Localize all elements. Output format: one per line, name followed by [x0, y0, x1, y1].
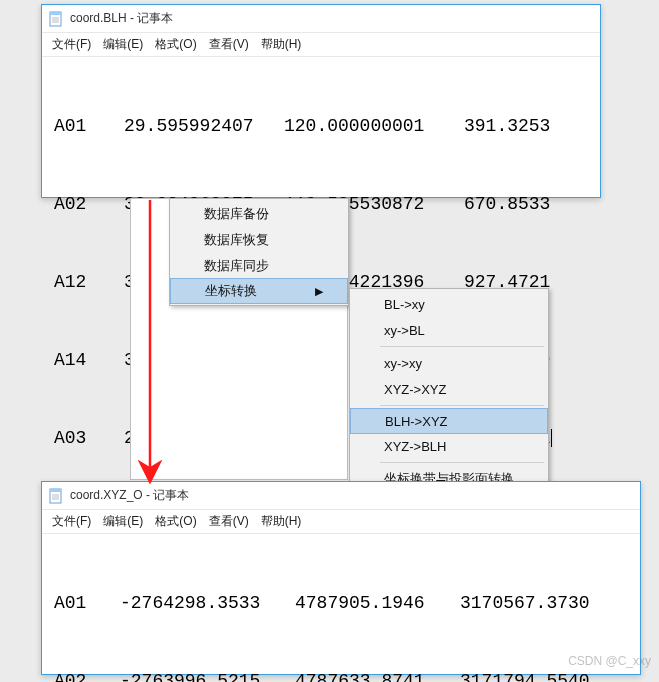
- menu-separator: [380, 405, 544, 406]
- titlebar[interactable]: coord.BLH - 记事本: [42, 5, 600, 33]
- text-content[interactable]: A01-2764298.35334787905.19463170567.3730…: [42, 534, 640, 682]
- menu-item-coord-transform[interactable]: 坐标转换 ▶: [170, 278, 348, 304]
- svg-rect-1: [50, 12, 61, 15]
- submenu-arrow-icon: ▶: [315, 285, 323, 298]
- table-row: A02-2763996.52154787633.87413171794.5540: [50, 668, 632, 682]
- menubar: 文件(F) 编辑(E) 格式(O) 查看(V) 帮助(H): [42, 33, 600, 57]
- titlebar[interactable]: coord.XYZ_O - 记事本: [42, 482, 640, 510]
- menu-file[interactable]: 文件(F): [48, 35, 95, 54]
- menu-edit[interactable]: 编辑(E): [99, 512, 147, 531]
- menu-help[interactable]: 帮助(H): [257, 35, 306, 54]
- menu-item-xy-xy[interactable]: xy->xy: [350, 350, 548, 376]
- menu-item-xyz-blh[interactable]: XYZ->BLH: [350, 433, 548, 459]
- menu-separator: [380, 462, 544, 463]
- menu-item-db-sync[interactable]: 数据库同步: [170, 253, 348, 279]
- menu-item-db-restore[interactable]: 数据库恢复: [170, 227, 348, 253]
- table-row: A01-2764298.35334787905.19463170567.3730: [50, 590, 632, 616]
- context-menu-main: 数据库备份 数据库恢复 数据库同步 坐标转换 ▶: [169, 198, 349, 306]
- window-title: coord.XYZ_O - 记事本: [70, 487, 189, 504]
- menu-help[interactable]: 帮助(H): [257, 512, 306, 531]
- menu-item-bl-xy[interactable]: BL->xy: [350, 291, 548, 317]
- menu-view[interactable]: 查看(V): [205, 35, 253, 54]
- text-cursor: [551, 429, 552, 447]
- context-menu-sub: BL->xy xy->BL xy->xy XYZ->XYZ BLH->XYZ X…: [349, 288, 549, 495]
- watermark: CSDN @C_xxy: [568, 654, 651, 668]
- svg-rect-6: [50, 489, 61, 492]
- table-row: A0129.595992407120.000000001391.3253: [50, 113, 592, 139]
- window-title: coord.BLH - 记事本: [70, 10, 173, 27]
- menu-edit[interactable]: 编辑(E): [99, 35, 147, 54]
- menu-separator: [380, 346, 544, 347]
- menu-item-xyz-xyz[interactable]: XYZ->XYZ: [350, 376, 548, 402]
- menu-view[interactable]: 查看(V): [205, 512, 253, 531]
- notepad-icon: [48, 11, 64, 27]
- menu-format[interactable]: 格式(O): [151, 512, 200, 531]
- menu-format[interactable]: 格式(O): [151, 35, 200, 54]
- menubar: 文件(F) 编辑(E) 格式(O) 查看(V) 帮助(H): [42, 510, 640, 534]
- menu-item-db-backup[interactable]: 数据库备份: [170, 201, 348, 227]
- menu-item-blh-xyz[interactable]: BLH->XYZ: [350, 408, 548, 434]
- notepad-window-blh: coord.BLH - 记事本 文件(F) 编辑(E) 格式(O) 查看(V) …: [41, 4, 601, 198]
- notepad-window-xyz: coord.XYZ_O - 记事本 文件(F) 编辑(E) 格式(O) 查看(V…: [41, 481, 641, 675]
- menu-file[interactable]: 文件(F): [48, 512, 95, 531]
- notepad-icon: [48, 488, 64, 504]
- menu-item-xy-bl[interactable]: xy->BL: [350, 317, 548, 343]
